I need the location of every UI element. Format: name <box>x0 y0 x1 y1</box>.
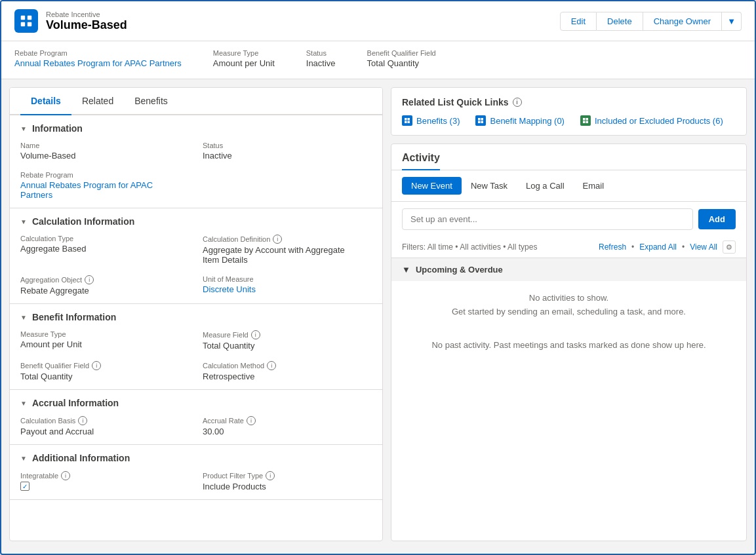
quick-link-benefits[interactable]: Benefits (3) <box>402 115 460 126</box>
svg-rect-8 <box>478 118 481 121</box>
meta-row: Rebate Program Annual Rebates Program fo… <box>1 41 755 79</box>
benefit-qual-value: Total Quantity ✎ <box>20 372 189 381</box>
benefit-section: ▼ Benefit Information Measure Type Amoun… <box>10 304 382 390</box>
tab-details[interactable]: Details <box>20 88 71 115</box>
information-fields: Name Volume-Based ✎ Status Inactive ✎ <box>20 142 372 200</box>
information-section-header[interactable]: ▼ Information <box>20 123 372 134</box>
quick-links-items: Benefits (3) Benefit Mapping (0) <box>402 115 736 126</box>
information-chevron-icon: ▼ <box>20 125 27 132</box>
benefit-qual-info-icon[interactable]: i <box>92 361 101 370</box>
activity-header: Activity <box>391 144 746 170</box>
refresh-link[interactable]: Refresh <box>599 242 626 252</box>
activity-tab-new-event[interactable]: New Event <box>402 177 462 195</box>
delete-button[interactable]: Delete <box>597 12 643 31</box>
header-dropdown-button[interactable]: ▼ <box>722 12 742 31</box>
meta-status: Status Inactive <box>306 49 336 68</box>
field-benefit-qual: Benefit Qualifier Field i Total Quantity… <box>20 361 189 381</box>
svg-rect-10 <box>478 121 481 124</box>
activity-filters-right: Refresh • Expand All • View All ⚙ <box>599 240 736 254</box>
activity-tab-log-call[interactable]: Log a Call <box>517 177 574 195</box>
rebate-program-field-label: Rebate Program <box>20 171 189 179</box>
svg-rect-13 <box>586 118 588 121</box>
additional-section: ▼ Additional Information Integratable i … <box>10 445 382 500</box>
activity-tabs: New Event New Task Log a Call Email <box>391 170 746 202</box>
calc-def-value: Aggregate by Account with Aggregate Item… <box>203 245 372 265</box>
quick-link-included-excluded[interactable]: Included or Excluded Products (6) <box>580 115 723 126</box>
benefit-mapping-link-label: Benefit Mapping (0) <box>490 116 564 126</box>
measure-field-label: Measure Field i <box>203 330 372 339</box>
calc-basis-value: Payout and Accrual ✎ <box>20 427 189 436</box>
status-label: Status <box>306 49 336 57</box>
meta-measure-type: Measure Type Amount per Unit <box>213 49 275 68</box>
field-status: Status Inactive ✎ <box>203 142 372 161</box>
left-panel: Details Related Benefits ▼ Information N… <box>9 87 383 541</box>
calc-def-info-icon[interactable]: i <box>273 235 282 244</box>
activity-title: Activity <box>402 152 440 170</box>
benefit-chevron-icon: ▼ <box>20 314 27 321</box>
product-filter-info-icon[interactable]: i <box>266 471 275 480</box>
edit-button[interactable]: Edit <box>560 12 597 31</box>
change-owner-button[interactable]: Change Owner <box>643 12 722 31</box>
field-name: Name Volume-Based ✎ <box>20 142 189 161</box>
accrual-section: ▼ Accrual Information Calculation Basis … <box>10 390 382 445</box>
calc-method-info-icon[interactable]: i <box>267 361 276 370</box>
measure-field-value: Total Quantity ✎ <box>203 341 372 351</box>
included-excluded-link-label: Included or Excluded Products (6) <box>595 116 723 126</box>
status-field-value: Inactive ✎ <box>203 151 372 161</box>
unit-of-measure-value[interactable]: Discrete Units ✎ <box>203 284 372 294</box>
accrual-rate-value: 30.00 ✎ <box>203 427 372 436</box>
benefit-measure-type-value: Amount per Unit ✎ <box>20 339 189 349</box>
agg-object-info-icon[interactable]: i <box>85 275 94 284</box>
accrual-section-header[interactable]: ▼ Accrual Information <box>20 398 372 408</box>
rebate-program-field-value[interactable]: Annual Rebates Program for APAC Partners… <box>20 180 189 200</box>
activity-event-input[interactable] <box>402 208 693 230</box>
filters-gear-button[interactable]: ⚙ <box>723 240 736 254</box>
measure-field-info-icon[interactable]: i <box>251 330 260 339</box>
meta-benefit-qualifier: Benefit Qualifier Field Total Quantity <box>367 49 436 68</box>
field-rebate-program: Rebate Program Annual Rebates Program fo… <box>20 171 189 200</box>
quick-links-header: Related List Quick Links i <box>402 97 736 107</box>
integratable-checkbox[interactable] <box>20 482 30 491</box>
additional-section-header[interactable]: ▼ Additional Information <box>20 453 372 463</box>
activity-filters: Filters: All time • All activities • All… <box>391 237 746 258</box>
activity-body: New Event New Task Log a Call Email Add … <box>391 170 746 541</box>
rebate-program-label: Rebate Program <box>14 49 182 57</box>
product-filter-value: Include Products ✎ <box>203 482 372 491</box>
activity-tab-new-task[interactable]: New Task <box>462 177 517 195</box>
field-agg-object: Aggregation Object i Rebate Aggregate ✎ <box>20 275 189 296</box>
tab-related[interactable]: Related <box>71 88 124 115</box>
unit-of-measure-label: Unit of Measure <box>203 275 372 283</box>
accrual-chevron-icon: ▼ <box>20 400 27 407</box>
calc-basis-info-icon[interactable]: i <box>78 416 87 425</box>
integratable-info-icon[interactable]: i <box>61 471 70 480</box>
quick-links-title: Related List Quick Links <box>402 97 509 107</box>
rebate-program-value[interactable]: Annual Rebates Program for APAC Partners <box>14 58 182 68</box>
main-content: Details Related Benefits ▼ Information N… <box>1 79 755 549</box>
information-section: ▼ Information Name Volume-Based ✎ Status <box>10 115 382 208</box>
expand-all-link[interactable]: Expand All <box>639 242 677 252</box>
view-all-link[interactable]: View All <box>690 242 717 252</box>
activity-add-button[interactable]: Add <box>698 209 736 229</box>
get-started-text: Get started by sending an email, schedul… <box>402 305 736 319</box>
upcoming-header[interactable]: ▼ Upcoming & Overdue <box>391 258 746 281</box>
calculation-section-header[interactable]: ▼ Calculation Information <box>20 216 372 227</box>
app-icon <box>14 9 38 33</box>
quick-links-info-icon[interactable]: i <box>513 98 522 107</box>
benefit-qualifier-label: Benefit Qualifier Field <box>367 49 436 57</box>
header-actions: Edit Delete Change Owner ▼ <box>560 12 742 31</box>
product-filter-label: Product Filter Type i <box>203 471 372 480</box>
accrual-rate-info-icon[interactable]: i <box>247 416 256 425</box>
svg-rect-11 <box>481 121 484 124</box>
activity-tab-email[interactable]: Email <box>574 177 614 195</box>
status-value: Inactive <box>306 58 336 68</box>
benefit-fields: Measure Type Amount per Unit ✎ Measure F… <box>20 330 372 381</box>
field-product-filter: Product Filter Type i Include Products ✎ <box>203 471 372 491</box>
accrual-fields: Calculation Basis i Payout and Accrual ✎… <box>20 416 372 436</box>
integratable-label: Integratable i <box>20 471 189 480</box>
tab-benefits[interactable]: Benefits <box>124 88 178 115</box>
additional-title: Additional Information <box>32 453 130 463</box>
field-unit-of-measure: Unit of Measure Discrete Units ✎ <box>203 275 372 296</box>
quick-link-benefit-mapping[interactable]: Benefit Mapping (0) <box>475 115 564 126</box>
benefit-section-header[interactable]: ▼ Benefit Information <box>20 312 372 322</box>
name-label: Name <box>20 142 189 149</box>
